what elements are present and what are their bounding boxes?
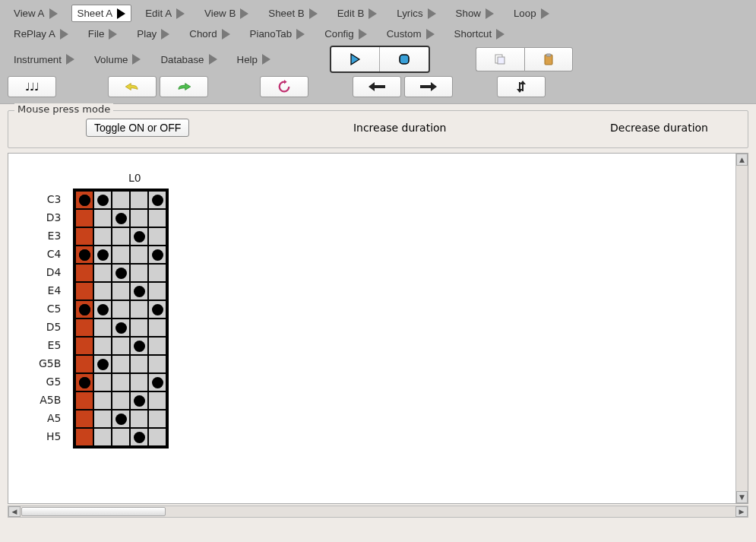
cell-E5-0[interactable]: [75, 337, 93, 355]
cell-E3-1[interactable]: [93, 227, 112, 246]
cell-A5B-0[interactable]: [75, 391, 93, 410]
cell-D4-1[interactable]: [93, 264, 112, 282]
cell-A5B-1[interactable]: [93, 391, 112, 410]
menu-replay-a[interactable]: RePlay A: [8, 25, 74, 43]
menu-pianotab[interactable]: PianoTab: [244, 25, 312, 43]
cell-C5-0[interactable]: [75, 300, 93, 319]
menu-show[interactable]: Show: [450, 5, 500, 22]
scroll-left-button[interactable]: ◀: [8, 506, 21, 517]
stop-button[interactable]: [380, 47, 429, 71]
cell-A5-2[interactable]: [112, 410, 130, 428]
cell-D3-1[interactable]: [93, 209, 112, 227]
menu-edit-b[interactable]: Edit B: [331, 5, 384, 22]
cell-C4-2[interactable]: [112, 246, 130, 264]
menu-play[interactable]: Play: [131, 25, 176, 43]
cell-D5-3[interactable]: [130, 319, 148, 337]
menu-view-b[interactable]: View B: [198, 5, 255, 22]
decrease-duration-label[interactable]: Decrease duration: [610, 122, 708, 134]
menu-chord[interactable]: Chord: [183, 25, 236, 43]
cell-G5-4[interactable]: [148, 373, 166, 391]
cell-C5-2[interactable]: [112, 300, 130, 319]
increase-duration-label[interactable]: Increase duration: [353, 122, 447, 134]
menu-sheet-a[interactable]: Sheet A: [71, 5, 132, 22]
cell-E4-2[interactable]: [112, 282, 130, 300]
scroll-up-button[interactable]: ▲: [736, 154, 748, 166]
cell-D5-2[interactable]: [112, 319, 130, 337]
cell-C4-1[interactable]: [93, 246, 112, 264]
cell-A5-0[interactable]: [75, 410, 93, 428]
cell-C5-3[interactable]: [130, 300, 148, 319]
menu-lyrics[interactable]: Lyrics: [391, 5, 441, 22]
menu-view-a[interactable]: View A: [8, 5, 64, 22]
cell-G5B-4[interactable]: [148, 355, 166, 373]
refresh-button[interactable]: [260, 76, 308, 97]
cell-H5-2[interactable]: [112, 428, 130, 446]
cell-C3-0[interactable]: [75, 191, 93, 209]
toggle-button[interactable]: Toggle ON or OFF: [86, 119, 189, 137]
cell-G5-1[interactable]: [93, 373, 112, 391]
cell-D4-0[interactable]: [75, 264, 93, 282]
cell-D3-2[interactable]: [112, 209, 130, 227]
cell-C3-1[interactable]: [93, 191, 112, 209]
vertical-scrollbar[interactable]: ▲ ▼: [735, 154, 748, 503]
cell-D4-2[interactable]: [112, 264, 130, 282]
menu-help[interactable]: Help: [231, 51, 277, 68]
paste-button[interactable]: [524, 47, 573, 71]
cell-E3-0[interactable]: [75, 227, 93, 246]
menu-database[interactable]: Database: [154, 51, 223, 68]
cell-A5-3[interactable]: [130, 410, 148, 428]
cell-E5-3[interactable]: [130, 337, 148, 355]
swap-button[interactable]: [497, 76, 546, 97]
play-button[interactable]: [331, 47, 380, 71]
cell-H5-4[interactable]: [148, 428, 166, 446]
cell-E5-1[interactable]: [93, 337, 112, 355]
cell-C3-2[interactable]: [112, 191, 130, 209]
menu-edit-a[interactable]: Edit A: [139, 5, 191, 22]
cell-E3-2[interactable]: [112, 227, 130, 246]
cell-E3-3[interactable]: [130, 227, 148, 246]
cell-G5B-2[interactable]: [112, 355, 130, 373]
menu-volume[interactable]: Volume: [88, 51, 147, 68]
cell-H5-0[interactable]: [75, 428, 93, 446]
cell-E4-1[interactable]: [93, 282, 112, 300]
undo-button[interactable]: [108, 76, 157, 97]
cell-C4-3[interactable]: [130, 246, 148, 264]
redo-button[interactable]: [160, 76, 208, 97]
cell-D3-0[interactable]: [75, 209, 93, 227]
cell-C5-1[interactable]: [93, 300, 112, 319]
cell-E4-4[interactable]: [148, 282, 166, 300]
menu-loop[interactable]: Loop: [508, 5, 555, 22]
cell-H5-1[interactable]: [93, 428, 112, 446]
cell-D5-4[interactable]: [148, 319, 166, 337]
cell-A5-4[interactable]: [148, 410, 166, 428]
menu-file[interactable]: File: [82, 25, 123, 43]
cell-G5B-0[interactable]: [75, 355, 93, 373]
menu-custom[interactable]: Custom: [381, 25, 441, 43]
cell-C3-3[interactable]: [130, 191, 148, 209]
horizontal-scrollbar[interactable]: ◀ ▶: [8, 506, 748, 518]
scrollbar-thumb[interactable]: [21, 507, 166, 516]
cell-A5B-3[interactable]: [130, 391, 148, 410]
cell-G5-0[interactable]: [75, 373, 93, 391]
cell-H5-3[interactable]: [130, 428, 148, 446]
cell-G5-3[interactable]: [130, 373, 148, 391]
cell-G5B-3[interactable]: [130, 355, 148, 373]
cell-E4-0[interactable]: [75, 282, 93, 300]
cell-A5B-4[interactable]: [148, 391, 166, 410]
next-button[interactable]: [404, 76, 453, 97]
cell-A5B-2[interactable]: [112, 391, 130, 410]
menu-shortcut[interactable]: Shortcut: [448, 25, 511, 43]
cell-C5-4[interactable]: [148, 300, 166, 319]
menu-instrument[interactable]: Instrument: [8, 51, 81, 68]
menu-sheet-b[interactable]: Sheet B: [262, 5, 323, 22]
cell-G5B-1[interactable]: [93, 355, 112, 373]
scroll-right-button[interactable]: ▶: [735, 506, 748, 517]
notes-button[interactable]: [8, 76, 56, 97]
cell-A5-1[interactable]: [93, 410, 112, 428]
cell-E4-3[interactable]: [130, 282, 148, 300]
cell-D4-4[interactable]: [148, 264, 166, 282]
cell-E3-4[interactable]: [148, 227, 166, 246]
cell-D3-4[interactable]: [148, 209, 166, 227]
cell-D4-3[interactable]: [130, 264, 148, 282]
prev-button[interactable]: [353, 76, 401, 97]
